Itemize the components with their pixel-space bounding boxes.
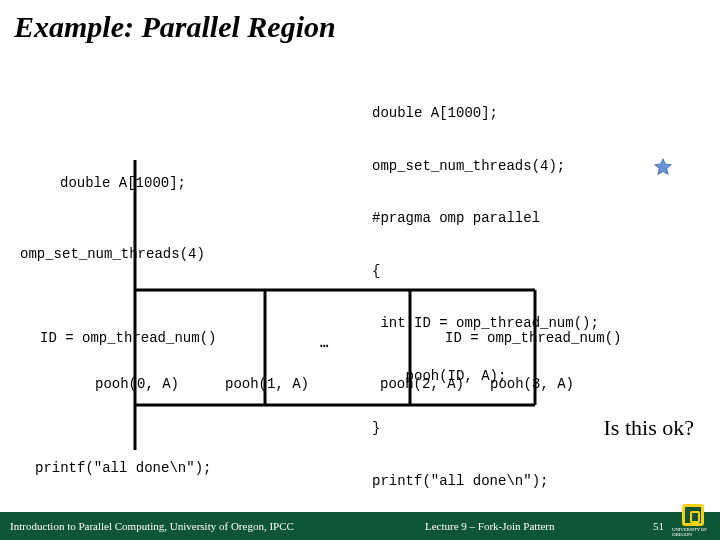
footer-bar: Introduction to Parallel Computing, Univ… xyxy=(0,512,720,540)
content-area: double A[1000]; omp_set_num_threads(4); … xyxy=(0,60,720,500)
fork-join-diagram xyxy=(110,160,610,460)
code-line: double A[1000]; xyxy=(372,105,599,123)
diagram-printf-label: printf("all done\n"); xyxy=(35,460,211,476)
slide: Example: Parallel Region double A[1000];… xyxy=(0,0,720,540)
question-text: Is this ok? xyxy=(604,415,694,441)
footer-page-number: 51 xyxy=(653,520,664,532)
star-icon xyxy=(654,158,672,176)
code-line: printf("all done\n"); xyxy=(372,473,599,491)
university-logo: UNIVERSITY OF OREGON xyxy=(672,504,714,538)
oregon-o-icon xyxy=(682,504,704,526)
footer-left-text: Introduction to Parallel Computing, Univ… xyxy=(0,520,294,532)
svg-marker-0 xyxy=(655,159,672,175)
slide-title: Example: Parallel Region xyxy=(0,0,720,50)
logo-caption: UNIVERSITY OF OREGON xyxy=(672,527,714,537)
footer-mid-text: Lecture 9 – Fork-Join Pattern xyxy=(425,520,555,532)
